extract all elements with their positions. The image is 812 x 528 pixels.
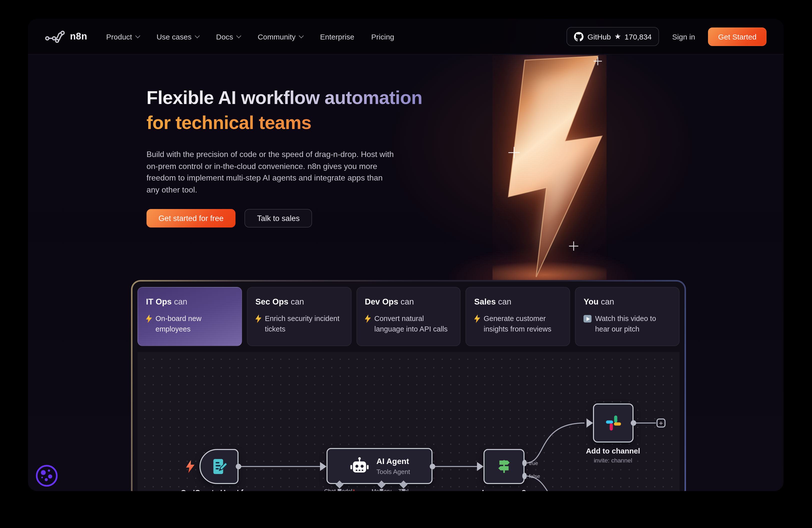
agent-subtitle: Tools Agent <box>377 468 410 475</box>
lightning-icon <box>146 314 152 323</box>
nav-item-pricing[interactable]: Pricing <box>371 32 394 41</box>
nav-item-docs[interactable]: Docs <box>216 32 241 41</box>
is-manager-node[interactable] <box>483 449 524 484</box>
n8n-logo[interactable]: n8n <box>45 29 87 44</box>
chevron-down-icon <box>195 33 200 38</box>
hero-title: Flexible AI workflow automation for tech… <box>146 86 426 135</box>
branch-node-label: Is manager? <box>482 488 526 491</box>
nav-item-use-cases[interactable]: Use cases <box>157 32 199 41</box>
slack-node-label: Add to channel <box>586 446 640 455</box>
nav-item-product[interactable]: Product <box>106 32 140 41</box>
chevron-down-icon <box>299 33 304 38</box>
get-started-button[interactable]: Get Started <box>708 27 767 46</box>
workflow-canvas[interactable]: On 'Create User' form <box>137 352 680 491</box>
port-chat-model: Chat Model* <box>324 488 355 491</box>
nav-item-community[interactable]: Community <box>258 32 303 41</box>
tab-sec-ops[interactable]: Sec Ops can Enrich security incident tic… <box>247 287 351 346</box>
add-node-button[interactable]: + <box>656 419 666 427</box>
screenshot-stage: n8n Product Use cases Docs Community Ent… <box>0 0 812 528</box>
required-asterisk: * <box>353 488 355 491</box>
slack-node-sublabel: invite: channel <box>594 457 632 464</box>
n8n-logo-icon <box>45 29 66 44</box>
chevron-down-icon <box>236 33 242 38</box>
github-badge[interactable]: GitHub ★ 170,834 <box>566 27 659 46</box>
add-to-channel-node[interactable] <box>593 404 634 442</box>
tab-dev-ops[interactable]: Dev Ops can Convert natural language int… <box>356 287 461 346</box>
nav-right-group: GitHub ★ 170,834 Sign in Get Started <box>566 27 767 46</box>
lightning-icon <box>474 314 480 323</box>
tab-you[interactable]: You can Watch this video to hear our pit… <box>575 287 680 346</box>
slack-icon <box>604 413 623 432</box>
nav-menu: Product Use cases Docs Community Enterpr… <box>106 32 394 41</box>
agent-title: AI Agent <box>377 457 410 466</box>
input-arrow <box>320 462 327 471</box>
brand-name: n8n <box>70 31 87 42</box>
input-arrow <box>586 419 593 427</box>
trigger-node[interactable] <box>200 449 238 484</box>
tab-it-ops[interactable]: IT Ops can On-board new employees <box>137 287 242 346</box>
tab-sales[interactable]: Sales can Generate customer insights fro… <box>466 287 570 346</box>
chat-widget-button[interactable] <box>35 464 58 487</box>
chevron-down-icon <box>135 33 140 38</box>
sign-in-link[interactable]: Sign in <box>672 32 695 41</box>
star-icon: ★ <box>614 32 621 41</box>
hero-title-line2: for technical teams <box>146 111 426 135</box>
trigger-lightning-icon <box>186 460 194 473</box>
ai-agent-node[interactable]: AI Agent Tools Agent <box>327 448 433 484</box>
github-icon <box>574 32 583 41</box>
port-memory: Memory <box>372 488 391 491</box>
workflow-panel: IT Ops can On-board new employees Sec Op… <box>131 280 686 491</box>
persona-tabs: IT Ops can On-board new employees Sec Op… <box>137 287 680 346</box>
talk-to-sales-button[interactable]: Talk to sales <box>245 209 312 228</box>
signpost-icon <box>495 458 512 475</box>
port-tool: Tool <box>398 488 408 491</box>
chat-widget-icon <box>35 464 58 487</box>
hero-cta-group: Get started for free Talk to sales <box>146 209 426 228</box>
github-label: GitHub <box>588 32 611 41</box>
lightning-icon <box>365 314 371 323</box>
form-icon <box>210 457 228 475</box>
hero-description: Build with the precision of code or the … <box>146 148 396 195</box>
browser-page: n8n Product Use cases Docs Community Ent… <box>28 19 783 491</box>
get-started-free-button[interactable]: Get started for free <box>146 209 235 228</box>
play-icon <box>583 315 592 323</box>
robot-icon <box>349 455 370 476</box>
hero-section: Flexible AI workflow automation for tech… <box>146 86 426 228</box>
input-arrow <box>477 462 483 471</box>
github-star-count: 170,834 <box>624 32 652 41</box>
branch-true-label: true <box>529 460 538 466</box>
trigger-node-label: On 'Create User' form <box>180 488 258 491</box>
top-nav: n8n Product Use cases Docs Community Ent… <box>28 19 783 55</box>
lightning-icon <box>256 314 261 323</box>
branch-false-label: false <box>529 473 540 479</box>
lightning-bolt-artwork <box>493 55 607 281</box>
nav-item-enterprise[interactable]: Enterprise <box>320 32 354 41</box>
hero-title-line1: Flexible AI workflow automation <box>146 86 426 111</box>
